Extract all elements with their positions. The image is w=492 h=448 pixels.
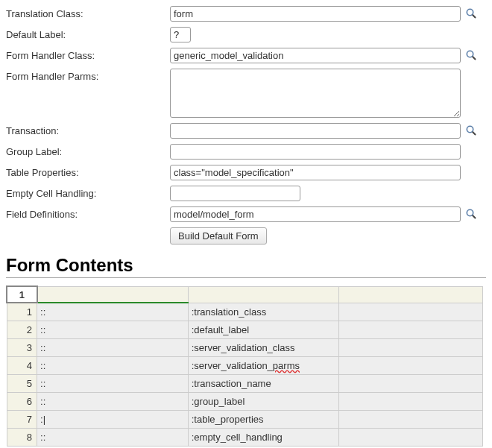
table-row: 3:::server_validation_class [7, 338, 483, 356]
grid-corner-cell[interactable]: 1 [7, 286, 37, 303]
input-field-definitions[interactable] [170, 206, 461, 222]
svg-point-4 [467, 126, 473, 132]
grid-col-header-a[interactable] [37, 286, 189, 303]
grid-cell[interactable]: :: [37, 374, 189, 392]
grid-cell[interactable]: :: [37, 356, 189, 374]
grid-col-header-c[interactable] [339, 286, 483, 303]
grid-row-header[interactable]: 4 [7, 356, 37, 374]
grid-row-header[interactable]: 7 [7, 410, 37, 428]
svg-point-6 [467, 209, 473, 215]
magnifier-icon[interactable] [465, 49, 477, 61]
magnifier-icon[interactable] [465, 208, 477, 220]
input-group-label[interactable] [170, 144, 461, 160]
form-contents-grid: 1 1:::translation_class2:::default_label… [6, 285, 483, 447]
table-row: 2:::default_label [7, 321, 483, 338]
grid-cell[interactable] [339, 374, 483, 392]
svg-line-7 [473, 215, 476, 218]
svg-point-2 [467, 51, 473, 57]
grid-cell[interactable]: :| [37, 410, 189, 428]
table-row: 6:::group_label [7, 392, 483, 410]
label-translation-class: Translation Class: [6, 6, 170, 19]
grid-cell[interactable]: :transaction_name [188, 374, 339, 392]
table-row: 7:|:table_properties [7, 410, 483, 428]
label-table-properties: Table Properties: [6, 165, 170, 178]
input-empty-cell-handling[interactable] [170, 186, 300, 201]
grid-cell[interactable]: :default_label [188, 321, 339, 338]
magnifier-icon[interactable] [465, 124, 477, 136]
grid-row-header[interactable]: 2 [7, 321, 37, 338]
grid-cell[interactable]: :: [37, 428, 189, 446]
textarea-form-handler-parms[interactable] [170, 69, 461, 118]
label-field-definitions: Field Definitions: [6, 206, 170, 220]
section-title-form-contents: Form Contents [6, 255, 486, 278]
grid-row-header[interactable]: 6 [7, 392, 37, 410]
grid-cell[interactable]: :: [37, 392, 189, 410]
magnifier-icon[interactable] [465, 7, 477, 19]
grid-row-header[interactable]: 5 [7, 374, 37, 392]
svg-line-1 [473, 15, 476, 18]
grid-cell[interactable]: :translation_class [188, 303, 339, 321]
grid-cell[interactable] [339, 428, 483, 446]
build-default-form-button[interactable]: Build Default Form [170, 227, 267, 244]
grid-col-header-b[interactable] [188, 286, 339, 303]
form-panel: Translation Class: Default Label: Form H… [6, 6, 486, 244]
grid-cell[interactable]: :empty_cell_handling [188, 428, 339, 446]
grid-cell[interactable] [339, 356, 483, 374]
label-transaction: Transaction: [6, 123, 170, 136]
grid-cell[interactable] [339, 303, 483, 321]
grid-cell[interactable]: :: [37, 303, 189, 321]
grid-row-header[interactable]: 1 [7, 303, 37, 321]
grid-cell[interactable] [339, 392, 483, 410]
grid-cell[interactable]: :: [37, 321, 189, 338]
svg-line-3 [473, 57, 476, 60]
input-form-handler-class[interactable] [170, 48, 461, 63]
table-row: 1:::translation_class [7, 303, 483, 321]
label-form-handler-parms: Form Handler Parms: [6, 69, 170, 82]
input-default-label[interactable] [170, 27, 191, 42]
grid-cell[interactable] [339, 321, 483, 338]
svg-point-0 [467, 9, 473, 15]
grid-cell[interactable] [339, 410, 483, 428]
table-row: 5:::transaction_name [7, 374, 483, 392]
input-table-properties[interactable] [170, 165, 461, 180]
grid-cell[interactable] [339, 338, 483, 356]
grid-cell[interactable]: :server_validation_parms [188, 356, 339, 374]
svg-line-5 [473, 132, 476, 135]
input-translation-class[interactable] [170, 6, 461, 22]
grid-row-header[interactable]: 3 [7, 338, 37, 356]
grid-cell[interactable]: :: [37, 338, 189, 356]
label-default-label: Default Label: [6, 27, 170, 40]
label-empty-cell-handling: Empty Cell Handling: [6, 186, 170, 199]
table-row: 4:::server_validation_parms [7, 356, 483, 374]
label-form-handler-class: Form Handler Class: [6, 48, 170, 61]
table-row: 8:::empty_cell_handling [7, 428, 483, 446]
input-transaction[interactable] [170, 123, 461, 139]
label-group-label: Group Label: [6, 144, 170, 157]
grid-cell[interactable]: :server_validation_class [188, 338, 339, 356]
grid-row-header[interactable]: 8 [7, 428, 37, 446]
grid-cell[interactable]: :group_label [188, 392, 339, 410]
grid-cell[interactable]: :table_properties [188, 410, 339, 428]
